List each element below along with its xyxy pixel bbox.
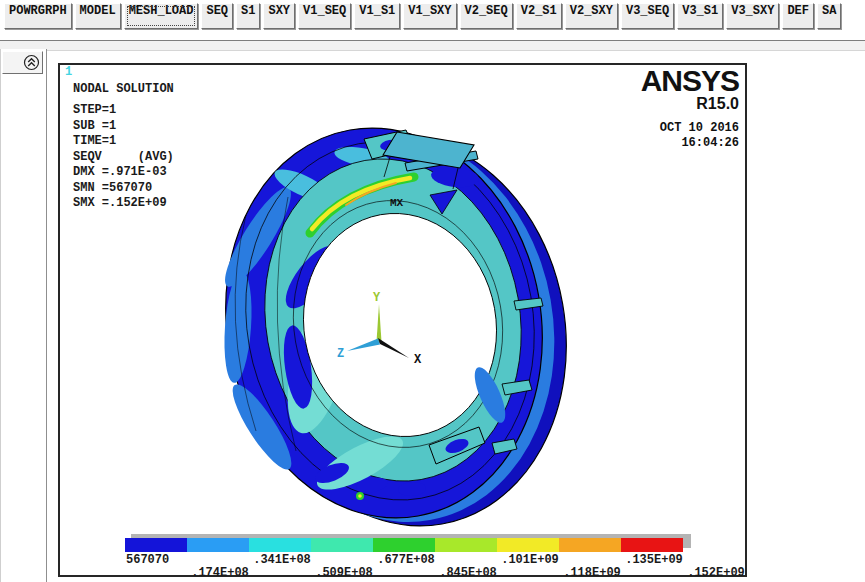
toolbar-button-v2-sxy[interactable]: V2_SXY [565, 3, 618, 29]
legend-value: .152E+09 [687, 566, 745, 580]
toolbar-button-v1-seq[interactable]: V1_SEQ [298, 3, 351, 29]
legend-value: 567070 [126, 553, 169, 567]
fea-model-canvas[interactable]: MX Y Z X [60, 65, 745, 575]
z-axis-label: Z [337, 347, 344, 361]
toolbar: POWRGRPH MODEL MESH_LOAD SEQ S1 SXY V1_S… [4, 3, 865, 29]
toolbar-button-v3-s1[interactable]: V3_S1 [677, 3, 723, 29]
double-chevron-up-circle-icon [23, 54, 40, 71]
legend-segment [187, 538, 249, 552]
stress-spot-yellow [358, 494, 362, 498]
toolbar-button-v1-s1[interactable]: V1_S1 [354, 3, 400, 29]
x-axis-label: X [414, 353, 422, 367]
ansys-application-window: { "toolbar": { "buttons": ["POWRGRPH","M… [0, 0, 865, 582]
legend-segment [125, 538, 187, 552]
toolbar-button-v3-seq[interactable]: V3_SEQ [621, 3, 674, 29]
legend-value: .118E+09 [563, 566, 621, 580]
toolbar-button-mesh-load[interactable]: MESH_LOAD [124, 3, 199, 29]
toolbar-button-v2-seq[interactable]: V2_SEQ [460, 3, 513, 29]
legend-segment [249, 538, 311, 552]
legend-value: .509E+08 [315, 566, 373, 580]
toolbar-button-v2-s1[interactable]: V2_S1 [516, 3, 562, 29]
legend-segment [311, 538, 373, 552]
max-stress-label: MX [390, 197, 404, 209]
toolbar-button-powrgrph[interactable]: POWRGRPH [4, 3, 72, 29]
toolbar-button-sxy[interactable]: SXY [263, 3, 295, 29]
legend-segment [435, 538, 497, 552]
legend-value: .174E+08 [191, 566, 249, 580]
y-axis-label: Y [373, 291, 381, 305]
legend-value: .101E+09 [501, 553, 559, 567]
toolbar-button-model[interactable]: MODEL [75, 3, 121, 29]
legend-segment [621, 538, 683, 552]
collapse-panel-button[interactable] [2, 51, 43, 74]
toolbar-button-s1[interactable]: S1 [236, 3, 260, 29]
graphics-viewport-frame: 1 NODAL SOLUTION STEP=1SUB =1TIME=1SEQV … [58, 63, 747, 577]
legend-segment [373, 538, 435, 552]
legend-value: .341E+08 [253, 553, 311, 567]
legend-value: .135E+09 [625, 553, 683, 567]
toolbar-button-def[interactable]: DEF [782, 3, 814, 29]
stress-legend-bar [125, 538, 683, 552]
toolbar-button-v1-sxy[interactable]: V1_SXY [403, 3, 456, 29]
legend-value: .845E+08 [439, 566, 497, 580]
toolbar-button-seq[interactable]: SEQ [201, 3, 233, 29]
toolbar-button-save-clipped[interactable]: SA [817, 3, 841, 29]
left-dock-panel [0, 49, 47, 582]
toolbar-button-v3-sxy[interactable]: V3_SXY [726, 3, 779, 29]
legend-segment [559, 538, 621, 552]
toolbar-separator [0, 40, 865, 51]
legend-segment [497, 538, 559, 552]
legend-value: .677E+08 [377, 553, 435, 567]
